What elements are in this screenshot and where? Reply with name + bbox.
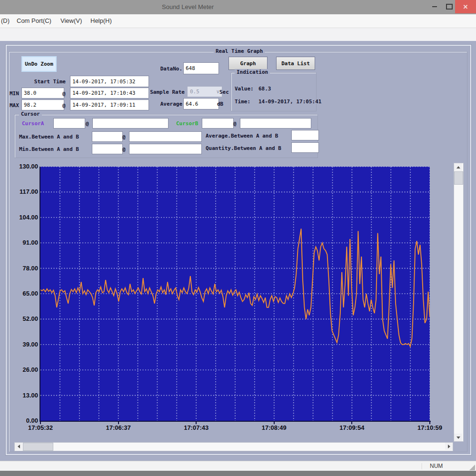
scroll-down-button[interactable] [454, 434, 462, 441]
real-time-graph-group-title: Real Time Graph [214, 48, 265, 54]
chevron-down-icon: ∨ [216, 89, 219, 95]
sound-level-plot[interactable] [40, 167, 430, 421]
resize-grip-icon[interactable] [469, 465, 475, 470]
sound-level-meter-window: { "window": { "title": "Sound Level Mete… [0, 0, 476, 476]
menu-item-view[interactable]: View(V) [60, 17, 82, 24]
horizontal-scrollbar[interactable] [14, 442, 453, 451]
scroll-left-button[interactable] [15, 443, 22, 450]
y-axis-tick-label: 39.00 [7, 341, 38, 348]
max-between-at-label: @ [122, 134, 126, 140]
start-time-label: Start Time [23, 79, 66, 85]
min-between-at-label: @ [122, 146, 126, 152]
data-no-label: DataNo. [143, 66, 182, 72]
x-axis-tick [351, 422, 352, 424]
toolbar-strip [0, 28, 476, 41]
quantity-between-label: Quantity.Between A and B [206, 145, 281, 151]
indication-value: 68.3 [258, 86, 271, 92]
y-axis-tick-label: 52.00 [7, 315, 38, 322]
min-label: MIN [10, 90, 19, 97]
minimize-icon [432, 6, 437, 7]
data-no-field[interactable]: 648 [183, 62, 219, 74]
x-axis-tick [40, 422, 41, 424]
x-axis-tick-label: 17:07:43 [184, 424, 208, 431]
sample-rate-dropdown[interactable]: 0.5 ∨ [187, 86, 222, 97]
indication-groupbox [231, 72, 317, 111]
x-axis-tick-label: 17:05:32 [28, 424, 53, 431]
maximize-button[interactable] [443, 0, 456, 13]
arrow-right-icon [448, 445, 450, 448]
indication-value-label: Value: [235, 86, 254, 92]
average-between-field[interactable] [291, 130, 319, 140]
max-label: MAX [10, 102, 19, 109]
x-axis-tick-label: 17:09:54 [339, 424, 364, 431]
max-at-label: @ [62, 102, 66, 109]
x-axis-tick [429, 422, 430, 424]
average-between-label: Average.Between A and B [206, 133, 278, 139]
minimize-button[interactable] [427, 0, 442, 13]
status-separator [422, 463, 422, 469]
max-time-field[interactable]: 14-09-2017, 17:09:11 [70, 99, 149, 110]
min-time-field[interactable]: 14-09-2017, 17:10:43 [70, 88, 149, 99]
y-axis-tick-label: 0.00 [7, 417, 38, 424]
min-between-value-field[interactable] [92, 144, 123, 154]
x-axis-line [40, 421, 431, 422]
min-between-time-field[interactable] [129, 144, 202, 154]
max-between-value-field[interactable] [92, 131, 123, 142]
undo-zoom-button[interactable]: UnDo Zoom [21, 56, 57, 72]
min-value-field[interactable]: 38.0 [21, 88, 64, 99]
menu-item-com-port[interactable]: Com Port(C) [17, 17, 51, 24]
max-value-field[interactable]: 98.2 [21, 99, 64, 110]
scroll-right-button[interactable] [445, 443, 453, 450]
cursor-a-at-label: @ [86, 120, 89, 127]
vertical-scrollbar-thumb[interactable] [454, 171, 463, 185]
max-between-label: Max.Between A and B [19, 134, 79, 140]
cursor-a-label: CursorA [22, 120, 44, 127]
title-bar: Sound Level Meter ✕ [0, 0, 476, 14]
window-bottom-edge [0, 471, 476, 476]
cursor-group-title: Cursor [19, 111, 42, 117]
cursor-b-at-label: @ [233, 120, 237, 127]
min-between-label: Min.Between A and B [19, 146, 79, 152]
arrow-down-icon [456, 436, 460, 439]
y-axis-tick-label: 78.00 [7, 265, 38, 272]
max-between-time-field[interactable] [129, 131, 202, 142]
cursor-b-label: CursorB [176, 120, 198, 127]
indication-time: 14-09-2017, 17:05:41 [258, 99, 321, 105]
cursor-a-value-field[interactable] [53, 118, 85, 129]
close-icon: ✕ [463, 3, 468, 10]
x-axis-tick [274, 422, 275, 424]
x-axis-tick [196, 422, 197, 424]
indication-time-label: Time: [235, 99, 250, 105]
average-field[interactable]: 64.6 [183, 98, 219, 109]
x-axis-tick-label: 17:08:49 [262, 424, 287, 431]
cursor-a-time-field[interactable] [92, 118, 169, 129]
num-lock-indicator: NUM [430, 463, 443, 469]
cursor-b-value-field[interactable] [202, 118, 234, 129]
close-button[interactable]: ✕ [455, 0, 476, 13]
start-time-field[interactable]: 14-09-2017, 17:05:32 [70, 76, 149, 87]
menu-bar: (D) Com Port(C) View(V) Help(H) [0, 14, 476, 28]
maximize-icon [446, 4, 453, 10]
vertical-scrollbar[interactable] [454, 163, 464, 442]
menu-item-help[interactable]: Help(H) [90, 17, 112, 24]
data-list-button[interactable]: Data List [276, 57, 315, 70]
arrow-left-icon [18, 445, 20, 448]
indication-group-title: Indication [235, 69, 270, 75]
cursor-b-time-field[interactable] [240, 118, 311, 129]
sample-rate-value: 0.5 [190, 89, 199, 95]
y-axis-tick-label: 13.00 [7, 392, 38, 399]
arrow-up-icon [456, 166, 460, 169]
horizontal-scrollbar-thumb[interactable] [23, 443, 53, 451]
x-axis-tick-label: 17:06:37 [106, 424, 131, 431]
y-axis-tick-label: 65.00 [7, 290, 38, 297]
window-title: Sound Level Meter [162, 3, 214, 10]
menu-item-datalogger[interactable]: (D) [1, 17, 10, 24]
min-at-label: @ [62, 90, 66, 97]
y-axis-tick-label: 104.00 [7, 214, 38, 221]
scroll-up-button[interactable] [454, 163, 462, 171]
sec-unit-label: Sec [219, 89, 229, 95]
quantity-between-field[interactable] [291, 142, 319, 153]
x-axis-tick-label: 17:10:59 [417, 424, 442, 431]
db-unit-label: dB [217, 101, 223, 107]
graph-button[interactable]: Graph [228, 57, 268, 70]
